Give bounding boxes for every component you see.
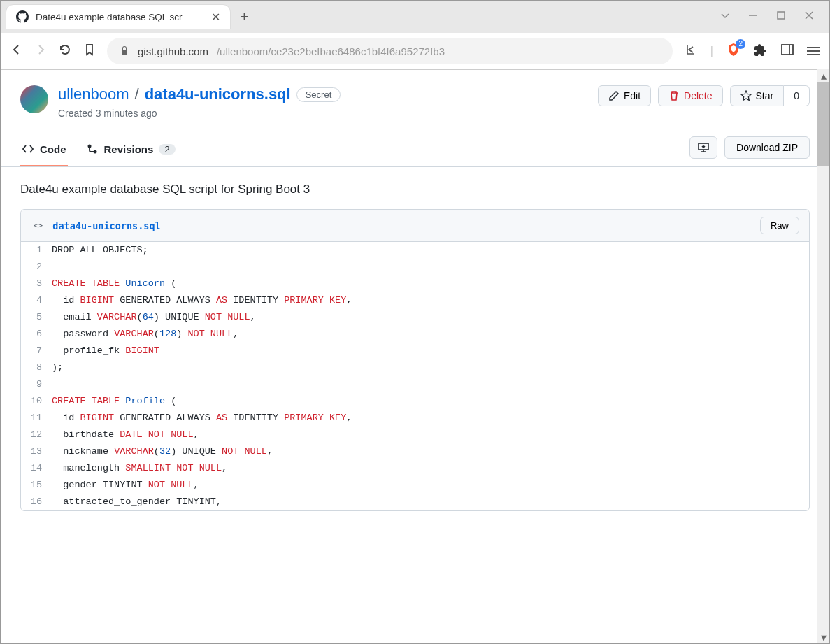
owner-link[interactable]: ullenboom (58, 85, 129, 103)
download-zip-button[interactable]: Download ZIP (724, 136, 810, 159)
github-favicon (16, 10, 29, 23)
file-name-link[interactable]: data4u-unicorns.sql (52, 220, 160, 231)
code-content[interactable]: gender TINYINT NOT NULL, (52, 477, 809, 494)
line-number[interactable]: 2 (21, 259, 52, 276)
bookmark-button[interactable] (83, 43, 96, 59)
line-number[interactable]: 10 (21, 393, 52, 410)
navigation-bar: gist.github.com/ullenboom/ce23e2befbae64… (1, 33, 829, 69)
code-line: 7 profile_fk BIGINT (21, 343, 809, 359)
file-box: <> data4u-unicorns.sql Raw 1DROP ALL OBJ… (20, 209, 810, 511)
tabs-row: Code Revisions 2 Download ZIP (1, 119, 829, 167)
scroll-up-icon[interactable]: ▴ (817, 69, 829, 82)
line-number[interactable]: 16 (21, 494, 52, 510)
line-number[interactable]: 4 (21, 292, 52, 309)
file-code-icon: <> (31, 220, 45, 231)
edit-button[interactable]: Edit (598, 85, 651, 106)
url-host: gist.github.com (138, 45, 208, 57)
star-button[interactable]: Star (730, 85, 785, 106)
back-button[interactable] (10, 43, 23, 59)
gist-title: ullenboom / data4u-unicorns.sql Secret (58, 85, 598, 103)
brave-shield-icon[interactable]: 2 (726, 42, 741, 60)
forward-button[interactable] (34, 43, 47, 59)
raw-label: Raw (771, 220, 789, 231)
shield-count: 2 (736, 39, 745, 49)
code-line: 8); (21, 359, 809, 376)
scrollbar[interactable]: ▴ ▾ (817, 69, 829, 643)
minimize-icon[interactable] (748, 10, 758, 23)
line-number[interactable]: 8 (21, 359, 52, 376)
raw-button[interactable]: Raw (760, 217, 799, 234)
tab-close-icon[interactable]: ✕ (211, 10, 220, 24)
sidebar-icon[interactable] (780, 43, 794, 59)
code-line: 12 birthdate DATE NOT NULL, (21, 427, 809, 443)
code-content[interactable] (52, 259, 809, 276)
tab-revisions-label: Revisions (104, 143, 154, 155)
line-number[interactable]: 14 (21, 460, 52, 477)
line-number[interactable]: 5 (21, 309, 52, 326)
share-icon[interactable] (684, 43, 698, 59)
svg-point-7 (93, 150, 96, 154)
line-number[interactable]: 6 (21, 326, 52, 343)
code-content[interactable]: CREATE TABLE Profile ( (52, 393, 809, 410)
code-line: 1DROP ALL OBJECTS; (21, 242, 809, 259)
code-line: 4 id BIGINT GENERATED ALWAYS AS IDENTITY… (21, 292, 809, 309)
download-zip-label: Download ZIP (736, 142, 798, 153)
code-icon (22, 143, 34, 155)
extensions-icon[interactable] (754, 43, 768, 59)
code-line: 11 id BIGINT GENERATED ALWAYS AS IDENTIT… (21, 410, 809, 427)
tab-revisions[interactable]: Revisions 2 (85, 136, 177, 166)
star-count[interactable]: 0 (784, 85, 810, 106)
reload-button[interactable] (58, 43, 72, 59)
code-content[interactable] (52, 376, 809, 393)
code-line: 2 (21, 259, 809, 276)
star-group: Star 0 (730, 85, 810, 106)
maximize-icon[interactable] (776, 10, 786, 23)
page-content: ullenboom / data4u-unicorns.sql Secret C… (1, 70, 829, 644)
code-content[interactable]: profile_fk BIGINT (52, 343, 809, 359)
download-desktop-button[interactable] (689, 136, 717, 159)
line-number[interactable]: 7 (21, 343, 52, 359)
gist-created: Created 3 minutes ago (58, 108, 598, 119)
code-content[interactable]: id BIGINT GENERATED ALWAYS AS IDENTITY P… (52, 292, 809, 309)
secret-badge: Secret (296, 87, 341, 102)
gist-actions: Edit Delete Star 0 (598, 85, 810, 106)
new-tab-button[interactable]: + (240, 8, 249, 26)
code-content[interactable]: manelength SMALLINT NOT NULL, (52, 460, 809, 477)
menu-icon[interactable] (807, 47, 820, 55)
dropdown-icon[interactable] (720, 10, 730, 23)
code-content[interactable]: CREATE TABLE Unicorn ( (52, 276, 809, 292)
window-controls (720, 10, 824, 23)
line-number[interactable]: 1 (21, 242, 52, 259)
edit-label: Edit (624, 90, 641, 101)
url-path: /ullenboom/ce23e2befbae6486c1bf4f6a95272… (217, 45, 445, 57)
gist-header: ullenboom / data4u-unicorns.sql Secret C… (1, 70, 829, 119)
line-number[interactable]: 13 (21, 443, 52, 460)
code-line: 6 password VARCHAR(128) NOT NULL, (21, 326, 809, 343)
line-number[interactable]: 12 (21, 427, 52, 443)
scrollbar-thumb[interactable] (817, 82, 829, 166)
code-line: 15 gender TINYINT NOT NULL, (21, 477, 809, 494)
code-content[interactable]: nickname VARCHAR(32) UNIQUE NOT NULL, (52, 443, 809, 460)
code-content[interactable]: attracted_to_gender TINYINT, (52, 494, 809, 510)
code-content[interactable]: birthdate DATE NOT NULL, (52, 427, 809, 443)
tab-code[interactable]: Code (20, 136, 68, 166)
line-number[interactable]: 15 (21, 477, 52, 494)
code-content[interactable]: password VARCHAR(128) NOT NULL, (52, 326, 809, 343)
browser-tab[interactable]: Date4u example database SQL scr ✕ (6, 5, 230, 29)
gist-name-link[interactable]: data4u-unicorns.sql (145, 85, 291, 103)
line-number[interactable]: 9 (21, 376, 52, 393)
code-table: 1DROP ALL OBJECTS;23CREATE TABLE Unicorn… (21, 242, 809, 510)
scroll-down-icon[interactable]: ▾ (817, 631, 829, 643)
code-content[interactable]: email VARCHAR(64) UNIQUE NOT NULL, (52, 309, 809, 326)
code-content[interactable]: id BIGINT GENERATED ALWAYS AS IDENTITY P… (52, 410, 809, 427)
code-content[interactable]: DROP ALL OBJECTS; (52, 242, 809, 259)
line-number[interactable]: 11 (21, 410, 52, 427)
tab-code-label: Code (40, 143, 66, 155)
toolbar-right: | 2 (684, 42, 820, 60)
line-number[interactable]: 3 (21, 276, 52, 292)
url-bar[interactable]: gist.github.com/ullenboom/ce23e2befbae64… (107, 38, 673, 64)
code-content[interactable]: ); (52, 359, 809, 376)
close-window-icon[interactable] (804, 10, 814, 23)
avatar[interactable] (20, 85, 48, 113)
delete-button[interactable]: Delete (658, 85, 722, 106)
